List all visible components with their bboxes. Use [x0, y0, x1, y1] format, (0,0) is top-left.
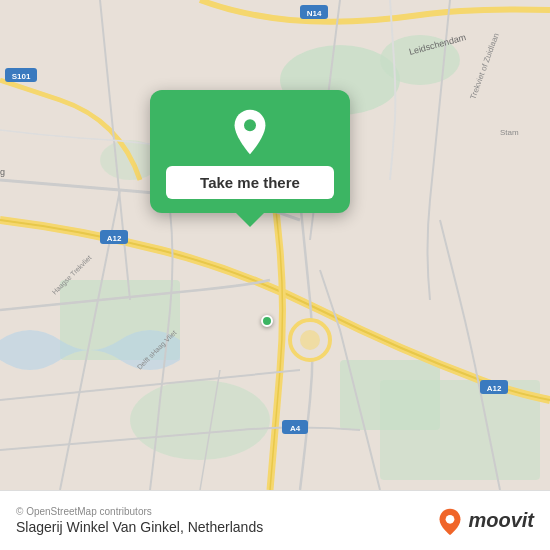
map-background: A12 A12 A4 N14 S101 Leidschendam Trekvie… [0, 0, 550, 490]
svg-point-25 [300, 330, 320, 350]
bottom-bar: © OpenStreetMap contributors Slagerij Wi… [0, 490, 550, 550]
osm-attribution: © OpenStreetMap contributors [16, 506, 263, 517]
svg-text:g: g [0, 167, 5, 177]
svg-point-27 [446, 514, 455, 523]
moovit-text: moovit [468, 509, 534, 532]
svg-point-5 [130, 380, 270, 460]
popup-card: Take me there [150, 90, 350, 213]
map-container: A12 A12 A4 N14 S101 Leidschendam Trekvie… [0, 0, 550, 490]
moovit-icon [436, 507, 464, 535]
svg-text:A4: A4 [290, 424, 301, 433]
bottom-info: © OpenStreetMap contributors Slagerij Wi… [16, 506, 263, 535]
moovit-logo: moovit [436, 507, 534, 535]
svg-text:S101: S101 [12, 72, 31, 81]
svg-text:N14: N14 [307, 9, 322, 18]
svg-text:A12: A12 [487, 384, 502, 393]
svg-text:Stam: Stam [500, 128, 519, 137]
location-label: Slagerij Winkel Van Ginkel, Netherlands [16, 519, 263, 535]
svg-point-26 [244, 119, 256, 131]
map-location-dot [261, 315, 273, 327]
location-pin-icon [226, 108, 274, 156]
svg-text:A12: A12 [107, 234, 122, 243]
take-me-there-button[interactable]: Take me there [166, 166, 334, 199]
